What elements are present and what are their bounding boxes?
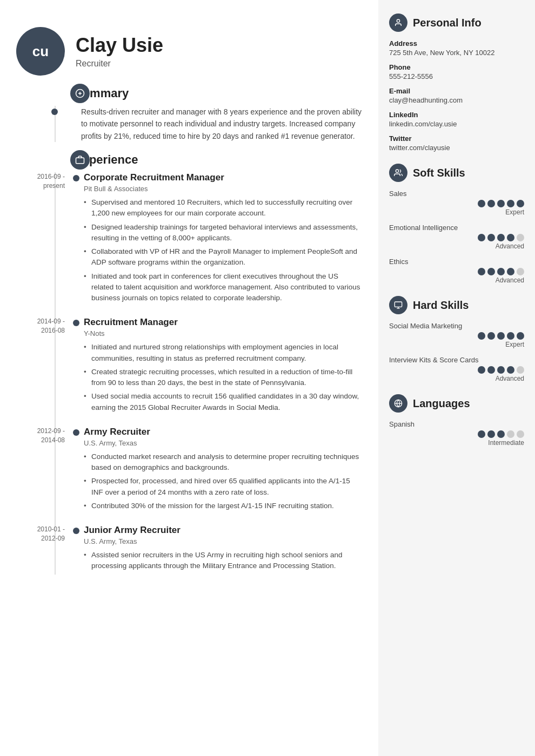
languages-section: Languages SpanishIntermediate	[389, 394, 524, 447]
hard-skills-header: Hard Skills	[389, 296, 524, 314]
skill-name: Social Media Marketing	[389, 322, 524, 330]
exp-bullet: Contributed 30% of the mission for the l…	[84, 501, 362, 511]
skill-dot-empty	[517, 366, 524, 374]
skill-dot-filled	[478, 332, 485, 340]
exp-company: Y-Nots	[84, 329, 362, 338]
languages-title: Languages	[413, 397, 470, 410]
experience-section: Experience 2016-09 - presentCorporate Re…	[0, 153, 378, 575]
exp-bullets: Assisted senior recruiters in the US Arm…	[84, 550, 362, 572]
skill-dots-row	[389, 366, 524, 374]
summary-content: Results-driven recruiter and manager wit…	[49, 106, 378, 142]
info-field: E-mailclay@headhunting.com	[389, 87, 524, 104]
exp-date: 2016-09 - present	[27, 172, 65, 191]
exp-date: 2014-09 - 2016-08	[27, 317, 65, 335]
soft-skills-list: SalesExpertEmotional IntelligenceAdvance…	[389, 190, 524, 284]
exp-bullet: Initiated and nurtured strong relationsh…	[84, 342, 362, 364]
skill-name: Sales	[389, 190, 524, 198]
exp-date: 2010-01 - 2012-09	[27, 525, 65, 543]
exp-bullet: Conducted market research and analysis t…	[84, 451, 362, 474]
soft-skills-header: Soft Skills	[389, 164, 524, 182]
info-value: clay@headhunting.com	[389, 96, 524, 104]
skill-name: Ethics	[389, 258, 524, 266]
exp-bullet: Supervised and mentored 10 Recruiters, w…	[84, 197, 362, 219]
experience-item: 2010-01 - 2012-09Junior Army RecruiterU.…	[70, 525, 362, 575]
skill-dot-filled	[507, 234, 514, 241]
skill-dot-filled	[497, 200, 505, 207]
svg-point-5	[396, 170, 398, 172]
info-value: 555-212-5556	[389, 72, 524, 80]
skill-dot-filled	[507, 268, 514, 275]
skill-dot-filled	[517, 200, 524, 207]
skill-dot-filled	[497, 366, 505, 374]
info-value: twitter.com/clayusie	[389, 144, 524, 152]
experience-timeline: 2016-09 - presentCorporate Recruitment M…	[49, 172, 378, 575]
hard-skills-title: Hard Skills	[413, 299, 469, 312]
skill-dot-empty	[517, 234, 524, 241]
skill-dots-row	[389, 430, 524, 438]
languages-icon	[389, 394, 407, 413]
exp-content: Recruitment ManagerY-NotsInitiated and n…	[70, 317, 362, 416]
skill-item: EthicsAdvanced	[389, 258, 524, 284]
skill-dot-empty	[517, 430, 524, 438]
exp-bullets: Initiated and nurtured strong relationsh…	[84, 342, 362, 413]
avatar: cu	[16, 27, 65, 76]
skill-name: Spanish	[389, 420, 524, 428]
info-label: E-mail	[389, 87, 524, 95]
info-field: Phone555-212-5556	[389, 63, 524, 80]
skill-dots-row	[389, 200, 524, 207]
skill-dot-filled	[487, 268, 495, 275]
summary-header: Summary	[49, 86, 378, 100]
info-label: LinkedIn	[389, 111, 524, 119]
exp-bullet: Assisted senior recruiters in the US Arm…	[84, 550, 362, 572]
skill-dot-filled	[507, 332, 514, 340]
exp-role: Corporate Recruitment Manager	[84, 172, 362, 183]
experience-title: Experience	[49, 153, 138, 167]
info-field: LinkedInlinkedin.com/clay.usie	[389, 111, 524, 128]
skill-level: Intermediate	[389, 439, 524, 447]
skill-dot-filled	[497, 332, 505, 340]
skill-dot-filled	[507, 366, 514, 374]
experience-item: 2016-09 - presentCorporate Recruitment M…	[70, 172, 362, 306]
exp-role: Army Recruiter	[84, 427, 362, 437]
header-info: Clay Usie Recruiter	[76, 34, 163, 69]
svg-point-4	[397, 19, 399, 22]
skill-dot-filled	[497, 234, 505, 241]
info-label: Phone	[389, 63, 524, 71]
exp-content: Corporate Recruitment ManagerPit Bull & …	[70, 172, 362, 306]
skill-dot-empty	[507, 430, 514, 438]
skill-dots-row	[389, 268, 524, 275]
skill-level: Expert	[389, 341, 524, 348]
skill-item: Social Media MarketingExpert	[389, 322, 524, 348]
skill-level: Advanced	[389, 375, 524, 382]
header: cu Clay Usie Recruiter	[0, 16, 378, 86]
skill-dot-filled	[478, 430, 485, 438]
left-column: cu Clay Usie Recruiter Summary	[0, 0, 378, 756]
svg-rect-3	[76, 158, 84, 164]
skill-name: Emotional Intelligence	[389, 224, 524, 232]
personal-info-icon	[389, 14, 407, 32]
info-label: Twitter	[389, 134, 524, 143]
skill-dot-filled	[487, 430, 495, 438]
skill-dot-filled	[507, 200, 514, 207]
soft-skills-icon	[389, 164, 407, 182]
exp-bullet: Prospected for, processed, and hired ove…	[84, 476, 362, 498]
exp-role: Recruitment Manager	[84, 317, 362, 328]
info-label: Address	[389, 39, 524, 48]
exp-dot	[73, 429, 79, 436]
exp-content: Army RecruiterU.S. Army, TexasConducted …	[70, 427, 362, 514]
personal-info-fields: Address725 5th Ave, New York, NY 10022Ph…	[389, 39, 524, 152]
personal-info-section: Personal Info Address725 5th Ave, New Yo…	[389, 14, 524, 152]
svg-rect-6	[394, 302, 402, 307]
exp-bullets: Supervised and mentored 10 Recruiters, w…	[84, 197, 362, 303]
skill-dot-filled	[517, 332, 524, 340]
skill-level: Expert	[389, 208, 524, 216]
experience-header: Experience	[49, 153, 378, 167]
exp-bullets: Conducted market research and analysis t…	[84, 451, 362, 511]
exp-bullet: Collaborated with VP of HR and the Payro…	[84, 246, 362, 268]
skill-level: Advanced	[389, 276, 524, 284]
skill-item: Emotional IntelligenceAdvanced	[389, 224, 524, 250]
skill-item: SalesExpert	[389, 190, 524, 216]
exp-bullet: Designed leadership trainings for target…	[84, 222, 362, 244]
skill-dots-row	[389, 234, 524, 241]
skill-level: Advanced	[389, 242, 524, 250]
